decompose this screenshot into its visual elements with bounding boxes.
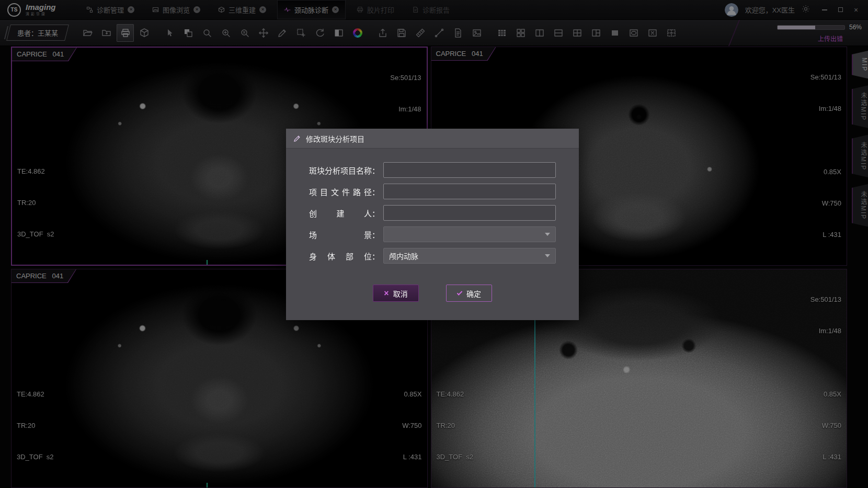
file-path-input[interactable] [383,184,556,199]
confirm-label: 确定 [466,288,481,299]
dialog-title: 修改斑块分析项目 [306,133,364,144]
creator-label: 创建人 [309,208,372,219]
body-part-value: 颅内动脉 [389,251,418,261]
confirm-button[interactable]: 确定 [446,285,492,302]
scene-label: 场景 [309,229,372,240]
cancel-x-icon: × [384,289,389,298]
creator-input[interactable] [383,205,556,221]
confirm-check-icon [457,290,463,296]
body-part-label: 身体部位 [309,251,372,262]
field-project-name: 斑块分析项目名称 ： [309,162,556,178]
edit-plaque-project-dialog: 修改斑块分析项目 斑块分析项目名称 ： 项目文件路径 ： 创建人 ： 场景 ： [286,129,579,320]
field-creator: 创建人 ： [309,205,556,221]
field-body-part: 身体部位 ： 颅内动脉 [309,248,556,264]
chevron-down-icon [545,254,550,257]
cancel-label: 取消 [393,288,408,299]
app-window: TS Imaging 清影华康 诊断管理 × 图像浏览 × 三维重建 × [0,0,868,488]
scene-select[interactable] [383,226,556,242]
project-name-input[interactable] [383,162,556,178]
file-path-label: 项目文件路径 [309,186,372,197]
chevron-down-icon [545,233,550,236]
edit-pencil-icon [293,134,301,142]
dialog-header: 修改斑块分析项目 [286,129,579,149]
body-part-select[interactable]: 颅内动脉 [383,248,556,264]
field-file-path: 项目文件路径 ： [309,184,556,199]
cancel-button[interactable]: × 取消 [373,285,419,302]
field-scene: 场景 ： [309,226,556,242]
project-name-label: 斑块分析项目名称 [309,165,372,176]
